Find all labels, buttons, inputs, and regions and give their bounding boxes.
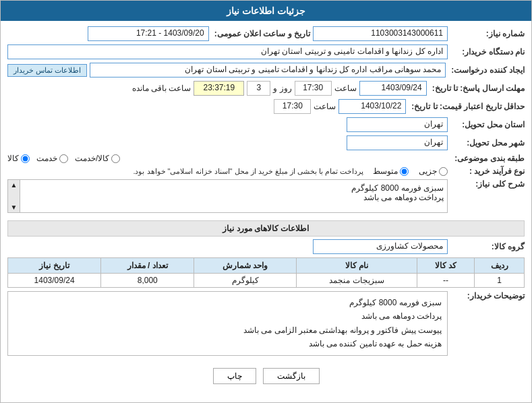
mohlet-saat-label: ساعت [334,84,357,93]
sharh-koli-line2: پرداخت دوماهه می باشد [23,193,444,202]
shomara-niaz-label: شماره نیاز: [450,29,525,38]
shomara-niaz-value: 1103003143000611 [313,26,448,41]
mohlet-mande-value: 23:37:19 [194,81,244,96]
shahr-label: شهر محل تحویل: [450,138,525,148]
back-button[interactable]: بازگشت [263,368,320,384]
mohlet-rooz-label: روز و [273,84,291,93]
tabaghe-radio-kala[interactable]: کالا [7,154,30,163]
col-tedad: تعداد / مقدار [101,258,194,274]
ostan-label: استان محل تحویل: [450,120,525,129]
sharh-scroll[interactable]: ▲ ▼ [8,180,20,212]
tozi-line: پرداخت دوماهه می باشد [13,309,442,323]
noe-farayand-note: پرداخت تمام با بخشی از مبلغ خرید از محل … [133,167,363,176]
tarikh-saat-value: 1403/09/20 - 17:21 [88,26,209,41]
col-radif: ردیف [475,258,525,274]
noe-motaveset[interactable]: متوسط [373,166,409,176]
name-dastgah-label: نام دستگاه خریدار: [450,47,525,57]
tozi-line: پیوست پیش فاکتور و پروانه بهداشتی معتبر … [13,323,442,337]
cell-nam_kala: سبزیجات منجمد [297,274,417,288]
sharh-koli-label: شرح کلی نیاز: [450,179,525,189]
tabaghe-label: طبقه بندی موضوعی: [450,154,525,163]
tozi-label: توضیحات خریدار: [450,291,525,301]
cell-radif: 1 [475,274,525,288]
ijad-konande-value: محمد سوهانی مراقب اداره کل زندانها و اقد… [90,63,446,78]
page-header: جزئیات اطلاعات نیاز [1,1,531,21]
name-dastgah-value: اداره کل زندانها و اقدامات تامینی و تربی… [7,44,448,59]
kalaha-table: ردیف کد کالا نام کالا واحد شمارش تعداد /… [7,257,525,288]
noe-jozi[interactable]: جزیی [419,166,448,176]
cell-tarikh: 1403/09/24 [8,274,101,288]
noe-farayand-radio-group: جزیی متوسط [373,166,448,176]
hadaghal-label: حداقل تاریخ اعتبار قیمت: تا تاریخ: [409,102,525,111]
tarikh-saat-label: تاریخ و ساعت اعلان عمومی: [212,29,310,38]
hadaghal-date: 1403/10/22 [338,99,406,114]
cell-kod_kala: -- [417,274,475,288]
cell-vahed: کیلوگرم [194,274,297,288]
print-button[interactable]: چاپ [213,368,256,384]
tozi-line: سبزی فورمه 8000 کیلوگرم [13,296,442,309]
footer-buttons: بازگشت چاپ [7,365,525,388]
mohlet-mande-label: ساعت باقی مانده [132,84,191,93]
page-title: جزئیات اطلاعات نیاز [227,5,305,16]
col-tarikh: تاریخ نیاز [8,258,101,274]
table-row: 1--سبزیجات منجمدکیلوگرم8,0001403/09/24 [8,274,525,288]
tozi-lines: سبزی فورمه 8000 کیلوگرمپرداخت دوماهه می … [13,296,442,351]
mohlet-date: 1403/09/24 [359,81,427,96]
shahr-value: تهران [347,135,448,150]
tabaghe-radio-group: کالا/خدمت خدمت کالا [7,154,448,163]
ettelaat-tamas-button[interactable]: اطلاعات تماس خریدار [7,64,87,77]
scroll-down-arrow[interactable]: ▼ [9,202,19,212]
ijad-konande-label: ایجاد کننده درخواست: [448,65,525,75]
tozi-box: سبزی فورمه 8000 کیلوگرمپرداخت دوماهه می … [7,291,448,356]
col-nam: نام کالا [297,258,417,274]
noe-farayand-label: نوع فرآیند خرید : [450,166,525,176]
tozi-line: هزینه حمل به عهده تامین کننده می باشد [13,337,442,350]
mohlet-saat-value: 17:30 [295,81,332,96]
col-vahed: واحد شمارش [194,258,297,274]
hadaghal-saat-label: ساعت [314,102,336,111]
ostan-value: تهران [347,117,448,132]
group-kala-label: گروه کالا: [450,242,525,251]
group-kala-value: محصولات کشاورزی [313,239,448,254]
sharh-koli-line1: سبزی فورمه 8000 کیلوگرم [23,183,444,193]
hadaghal-saat-value: 17:30 [274,99,311,114]
mohlet-ersal-label: مهلت ارسال پاسخ: تا تاریخ: [430,84,525,93]
sharh-koli-box: ▲ ▼ سبزی فورمه 8000 کیلوگرم پرداخت دوماه… [7,179,448,213]
scroll-up-arrow[interactable]: ▲ [9,180,19,190]
col-kod: کد کالا [417,258,475,274]
tabaghe-radio-kala-khedmat[interactable]: کالا/خدمت [75,154,120,163]
cell-tedad: 8,000 [101,274,194,288]
tabaghe-radio-khedmat[interactable]: خدمت [36,154,68,163]
mohlet-rooz-value: 3 [247,81,270,96]
kalaha-section-title: اطلاعات کالاهای مورد نیاز [7,220,525,237]
